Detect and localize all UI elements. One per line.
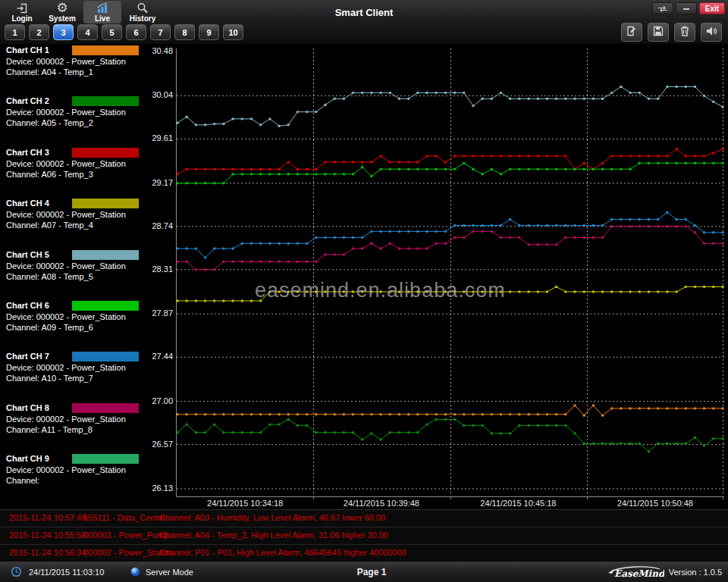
gear-icon: ⚙ <box>56 2 67 14</box>
page-tab-9[interactable]: 9 <box>199 24 219 40</box>
alarm-row[interactable]: 2015-11-24 10:55:56000003 - Power_PumpCh… <box>0 527 728 545</box>
main-toolbar: Login⚙SystemLiveHistory <box>3 1 164 23</box>
delete-button[interactable] <box>674 23 695 42</box>
alarm-message: Channel: P01 - P01, High Level Alarm, 45… <box>159 548 406 557</box>
channel-channel: Channel: A10 - Temp_7 <box>6 373 93 383</box>
save-icon <box>652 25 664 40</box>
trash-icon <box>679 25 691 40</box>
history-search-icon <box>136 2 149 14</box>
y-tick-label: 28.74 <box>114 221 173 232</box>
page-tabs: 12345678910 <box>5 24 247 40</box>
sound-button[interactable] <box>701 23 722 42</box>
page-indicator: Page 1 <box>326 567 417 577</box>
toolbar-label: Login <box>11 14 32 23</box>
exit-button[interactable]: Exit <box>699 2 725 14</box>
save-button[interactable] <box>648 23 669 42</box>
alarm-time: 2015-11-24 10:55:56 <box>9 530 86 540</box>
channel-device: Device: 000002 - Power_Station <box>6 362 126 373</box>
channel-title: Chart CH 3 <box>6 148 49 158</box>
toolbar-label: History <box>130 14 155 23</box>
channel-device: Device: 000002 - Power_Station <box>6 56 126 67</box>
status-datetime: 24/11/2015 11:03:10 <box>29 568 104 577</box>
series-line-CH6-A09---Temp_6 <box>177 163 723 183</box>
toolbar-button-system[interactable]: ⚙System <box>43 1 81 23</box>
page-tab-6[interactable]: 6 <box>126 24 146 40</box>
version-label: Version : 1.0.5 <box>669 568 722 577</box>
toolbar-label: System <box>49 14 76 23</box>
page-tab-4[interactable]: 4 <box>77 24 98 40</box>
series-line-CH5-A08---Temp_5 <box>177 86 723 126</box>
series-line-CH8-A11---Temp_8 <box>177 227 723 270</box>
channel-device: Device: 000002 - Power_Station <box>6 465 126 475</box>
speaker-icon <box>705 25 717 40</box>
toolbar-button-live[interactable]: Live <box>83 1 121 23</box>
y-tick-label: 26.13 <box>114 483 173 494</box>
series-line-CH7-A10---Temp_7 <box>177 212 723 258</box>
y-tick-label: 28.31 <box>114 264 173 275</box>
alarm-message: Channel: A03 - Humidity, Low Level Alarm… <box>159 513 385 522</box>
y-tick-label: 27.87 <box>114 308 173 319</box>
edit-button[interactable] <box>621 23 642 42</box>
alarm-time: 2015-11-24 10:57:49 <box>9 513 86 522</box>
channel-title: Chart CH 6 <box>6 301 49 311</box>
page-tab-1[interactable]: 1 <box>5 24 25 40</box>
axes <box>176 48 724 499</box>
page-tab-3[interactable]: 3 <box>53 24 74 40</box>
svg-text:24/11/2015 10:34:18: 24/11/2015 10:34:18 <box>207 499 283 508</box>
clock-icon <box>11 566 22 579</box>
alarm-device: 555111 - Data_Centre <box>83 513 165 522</box>
y-tick-label: 29.17 <box>114 177 173 189</box>
brand-text: EaseMind <box>614 568 664 579</box>
live-chart-icon <box>96 2 108 14</box>
channel-title: Chart CH 7 <box>6 352 49 361</box>
chart-action-buttons <box>616 23 722 42</box>
alarm-device: 000003 - Power_Pump <box>83 530 169 540</box>
x-axis-labels: 24/11/2015 10:34:1824/11/2015 10:39:4824… <box>207 499 693 508</box>
channel-color-swatch <box>72 199 139 208</box>
header-bar: Login⚙SystemLiveHistory Smart Client Exi… <box>0 0 728 44</box>
smart-client-window: { "window": { "title": "Smart Client", "… <box>0 0 728 582</box>
series-line-CH3-A06---Temp_3 <box>177 149 723 174</box>
toolbar-label: Live <box>95 14 110 23</box>
live-trend-chart: 24/11/2015 10:34:1824/11/2015 10:39:4824… <box>176 47 725 509</box>
toolbar-button-history[interactable]: History <box>124 1 162 23</box>
y-tick-label: 26.57 <box>114 439 173 450</box>
alarm-list: 2015-11-24 10:57:49555111 - Data_CentreC… <box>0 509 728 562</box>
y-tick-label: 27.00 <box>114 396 173 407</box>
login-icon <box>16 2 28 14</box>
channel-device: Device: 000002 - Power_Station <box>6 311 126 322</box>
status-bar: 24/11/2015 11:03:10 Server Mode Page 1 E… <box>0 561 728 582</box>
minimize-button[interactable] <box>676 2 697 14</box>
toolbar-button-login[interactable]: Login <box>3 1 41 23</box>
edit-icon <box>626 25 638 40</box>
series-line-CH4-A07---Temp_4 <box>177 286 723 301</box>
minimize-icon <box>682 2 690 15</box>
alarm-row[interactable]: 2015-11-24 10:56:34000002 - Power_Statio… <box>0 545 728 562</box>
channel-block-3[interactable]: Chart CH 3Device: 000002 - Power_Station… <box>0 148 152 196</box>
page-tab-7[interactable]: 7 <box>150 24 171 40</box>
channel-title: Chart CH 8 <box>6 403 49 413</box>
switch-icon <box>657 2 668 15</box>
y-tick-label: 27.44 <box>114 351 173 362</box>
channel-channel: Channel: A07 - Temp_4 <box>6 220 93 230</box>
channel-channel: Channel: A05 - Temp_2 <box>6 117 93 128</box>
page-tab-10[interactable]: 10 <box>223 24 243 40</box>
page-tab-5[interactable]: 5 <box>102 24 122 40</box>
channel-title: Chart CH 2 <box>6 96 49 106</box>
channel-device: Device: 000002 - Power_Station <box>6 107 126 117</box>
server-sphere-icon <box>130 567 140 578</box>
channel-title: Chart CH 1 <box>6 45 49 55</box>
alarm-row[interactable]: 2015-11-24 10:57:49555111 - Data_CentreC… <box>0 510 728 527</box>
page-tab-2[interactable]: 2 <box>29 24 49 40</box>
y-tick-label: 29.61 <box>114 133 173 144</box>
channel-color-swatch <box>72 454 139 464</box>
page-tab-8[interactable]: 8 <box>174 24 195 40</box>
channel-block-9[interactable]: Chart CH 9Device: 000002 - Power_Station… <box>0 454 152 502</box>
alarm-message: Channel: A04 - Temp_2, High Level Alarm,… <box>159 530 388 540</box>
channel-color-swatch <box>72 148 139 158</box>
gridlines <box>177 48 724 496</box>
channel-channel: Channel: A09 - Temp_6 <box>6 322 93 333</box>
y-tick-label: 30.48 <box>114 45 173 57</box>
channel-channel: Channel: A06 - Temp_3 <box>6 169 93 180</box>
switch-display-button[interactable] <box>652 2 673 14</box>
